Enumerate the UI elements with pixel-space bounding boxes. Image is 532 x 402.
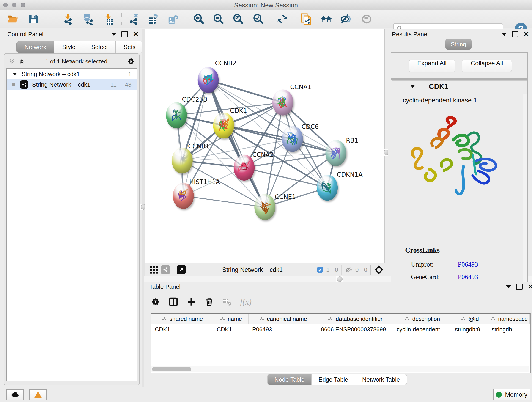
panel-float-icon[interactable] <box>516 283 523 290</box>
import-network-database-icon[interactable] <box>82 13 94 25</box>
add-column-icon[interactable] <box>186 297 196 307</box>
tab-style[interactable]: Style <box>54 41 83 53</box>
delete-column-icon[interactable] <box>204 297 214 307</box>
hide-selected-icon[interactable] <box>340 13 353 25</box>
expand-up-icon[interactable] <box>18 58 26 65</box>
panel-close-icon[interactable]: ✕ <box>133 31 139 38</box>
network-node-cdkn1a[interactable]: CDKN1A <box>317 171 363 201</box>
zoom-in-icon[interactable] <box>192 13 205 25</box>
column-header-namespace[interactable]: namespace <box>488 314 530 324</box>
refresh-icon[interactable] <box>276 13 289 25</box>
network-node-rb1[interactable]: RB1 <box>325 137 358 166</box>
column-header-canonicalname[interactable]: canonical name <box>249 314 317 324</box>
network-edge[interactable] <box>183 196 265 207</box>
network-edge[interactable] <box>208 80 265 207</box>
copy-style-icon[interactable] <box>300 13 312 25</box>
tab-network[interactable]: Network <box>17 41 54 53</box>
right-splitter[interactable] <box>385 29 388 276</box>
export-image-icon[interactable] <box>167 13 180 25</box>
panel-float-icon[interactable] <box>121 31 128 37</box>
panel-menu-icon[interactable] <box>502 33 507 36</box>
table-cell[interactable]: P06493 <box>249 324 317 334</box>
node-label: CDKN1A <box>337 171 363 178</box>
gene-symbol: CDK1 <box>429 83 448 91</box>
tab-edge-table[interactable]: Edge Table <box>312 374 355 385</box>
import-network-icon[interactable] <box>61 13 74 25</box>
birds-eye-view-icon[interactable] <box>374 265 384 275</box>
zoom-out-icon[interactable] <box>212 13 225 25</box>
tab-network-table[interactable]: Network Table <box>355 374 407 385</box>
horizontal-splitter-handle[interactable] <box>336 276 343 283</box>
navbar-separator <box>341 265 342 275</box>
table-cell[interactable]: CDK1 <box>151 324 213 334</box>
network-node-ccnb1[interactable]: CCNB1 <box>172 143 209 173</box>
table-cell[interactable]: cyclin-dependent ... <box>393 324 451 334</box>
show-columns-icon[interactable] <box>169 297 178 307</box>
tab-node-table[interactable]: Node Table <box>267 374 312 385</box>
hidden-eye-icon[interactable] <box>345 266 353 274</box>
table-options-gear-icon[interactable] <box>151 297 160 307</box>
column-header-sharedname[interactable]: shared name <box>151 314 213 324</box>
selected-checkbox-icon[interactable] <box>317 266 323 273</box>
network-row-selected[interactable]: String Network – cdk1 11 48 <box>7 79 137 90</box>
column-header-description[interactable]: description <box>393 314 451 324</box>
node-label: RB1 <box>346 137 358 144</box>
table-cell[interactable]: 9606.ENSP00000378699 <box>317 324 393 334</box>
grid-view-icon[interactable] <box>149 265 158 274</box>
first-neighbors-icon[interactable] <box>320 13 333 25</box>
node-table: shared namenamecanonical namedatabase id… <box>151 313 531 373</box>
import-table-icon[interactable] <box>102 13 114 25</box>
gene-header-row[interactable]: CDK1 <box>392 80 527 94</box>
panel-menu-icon[interactable] <box>506 285 511 288</box>
collapse-all-icon[interactable] <box>8 58 16 65</box>
open-session-icon[interactable] <box>6 13 19 25</box>
network-canvas[interactable]: CCNB2CCNA1CDC25BCDK1CDC6RB1CCNB1CCNA2CDK… <box>145 29 385 263</box>
table-cell[interactable]: CDK1 <box>213 324 249 334</box>
network-edge[interactable] <box>208 80 283 102</box>
show-all-icon[interactable] <box>360 13 373 25</box>
string-network-graph[interactable]: CCNB2CCNA1CDC25BCDK1CDC6RB1CCNB1CCNA2CDK… <box>145 29 385 263</box>
navbar-separator <box>370 265 371 275</box>
export-network-icon[interactable] <box>127 13 140 25</box>
results-scrollbar[interactable] <box>523 95 526 296</box>
table-hscrollbar[interactable] <box>151 366 529 372</box>
table-hscrollbar-thumb[interactable] <box>152 367 191 371</box>
memory-button[interactable]: Memory <box>493 389 530 400</box>
network-node-hist1h1a[interactable]: HIST1H1A <box>173 178 220 209</box>
panel-float-icon[interactable] <box>512 31 518 37</box>
expand-all-button[interactable]: Expand All <box>409 60 455 72</box>
panel-menu-icon[interactable] <box>111 33 116 36</box>
table-panel: Table Panel ✕ f(x) shared namenamecanoni… <box>144 282 532 387</box>
tab-sets[interactable]: Sets <box>116 41 143 53</box>
network-list-panel: 1 of 1 Network selected String Network –… <box>4 53 140 385</box>
collection-expand-icon[interactable] <box>13 73 17 75</box>
zoom-fit-icon[interactable] <box>232 13 245 25</box>
cloud-status-button[interactable] <box>6 389 24 400</box>
panel-close-icon[interactable]: ✕ <box>528 283 532 290</box>
column-header-name[interactable]: name <box>213 314 249 324</box>
gene-collapse-icon[interactable] <box>410 85 415 88</box>
warnings-button[interactable] <box>29 389 47 400</box>
export-table-icon[interactable] <box>147 13 160 25</box>
table-row[interactable]: CDK1CDK1P064939606.ENSP00000378699cyclin… <box>151 324 530 334</box>
column-header-databaseidentifier[interactable]: database identifier <box>317 314 393 324</box>
tab-string[interactable]: String <box>445 39 472 50</box>
network-options-gear-icon[interactable] <box>127 57 135 65</box>
collapse-all-button[interactable]: Collapse All <box>462 60 512 72</box>
network-type-icon[interactable] <box>161 265 170 274</box>
table-body: CDK1CDK1P064939606.ENSP00000378699cyclin… <box>151 324 530 334</box>
crosslink-link[interactable]: P06493 <box>458 261 478 268</box>
tab-select[interactable]: Select <box>83 41 116 53</box>
crosslink-link[interactable]: P06493 <box>458 273 478 281</box>
crosslinks-title: CrossLinks <box>405 246 440 254</box>
network-node-ccne1[interactable]: CCNE1 <box>254 193 296 220</box>
zoom-selected-icon[interactable] <box>252 13 265 25</box>
table-cell[interactable]: stringdb <box>488 324 530 334</box>
open-in-window-icon[interactable] <box>177 265 186 274</box>
panel-close-icon[interactable]: ✕ <box>523 31 529 38</box>
column-header-id[interactable]: @id <box>451 314 488 324</box>
selected-counts: 1 - 0 <box>326 266 338 274</box>
table-cell[interactable]: stringdb:9... <box>451 324 488 334</box>
network-collection-row[interactable]: String Network – cdk1 1 <box>7 69 137 79</box>
save-session-icon[interactable] <box>27 13 40 25</box>
